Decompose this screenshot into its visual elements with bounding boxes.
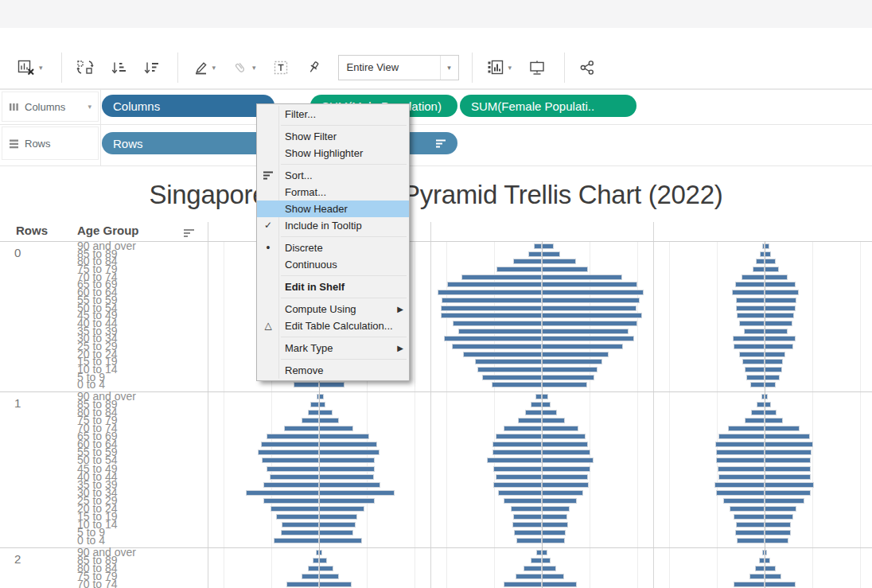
trellis-row-header[interactable]: 0 <box>14 246 21 259</box>
pyramid-bar-female[interactable] <box>319 410 333 415</box>
pyramid-bar-female[interactable] <box>542 442 588 447</box>
pyramid-bar-male[interactable] <box>267 466 319 472</box>
sort-ascending-button[interactable] <box>107 56 130 79</box>
pyramid-bar-female[interactable] <box>765 466 811 472</box>
pyramid-bar-female[interactable] <box>542 566 556 571</box>
field-pill-columns[interactable]: Columns <box>102 95 274 117</box>
pin-button[interactable] <box>302 56 325 79</box>
pyramid-bar-female[interactable] <box>765 306 796 311</box>
pyramid-bar-male[interactable] <box>531 402 542 407</box>
trellis-row-header[interactable]: 1 <box>14 396 21 410</box>
pyramid-bar-male[interactable] <box>310 402 319 407</box>
pyramid-bar-female[interactable] <box>319 498 375 504</box>
pyramid-bar-female[interactable] <box>542 458 594 463</box>
chevron-down-icon[interactable]: ▾ <box>88 103 91 111</box>
pyramid-bar-male[interactable] <box>284 426 319 431</box>
worksheet-clear-button[interactable]: ▾ <box>14 56 46 79</box>
pyramid-bar-female[interactable] <box>542 306 636 311</box>
pyramid-bar-female[interactable] <box>542 290 644 295</box>
pyramid-bar-female[interactable] <box>319 574 339 579</box>
share-button[interactable] <box>576 56 598 79</box>
pyramid-bar-male[interactable] <box>496 267 542 272</box>
pyramid-bar-female[interactable] <box>542 329 629 334</box>
pyramid-bar-female[interactable] <box>765 566 776 571</box>
pyramid-bar-male[interactable] <box>282 522 319 528</box>
pyramid-bar-male[interactable] <box>487 458 542 463</box>
sort-indicator-icon[interactable] <box>184 227 195 241</box>
presentation-mode-button[interactable] <box>525 56 549 79</box>
pyramid-bar-male[interactable] <box>751 410 765 415</box>
menu-item-edit-table-calculation[interactable]: △Edit Table Calculation... <box>257 317 409 334</box>
pyramid-bar-female[interactable] <box>765 558 770 563</box>
pyramid-bar-male[interactable] <box>728 426 765 431</box>
pyramid-bar-male[interactable] <box>482 375 542 380</box>
menu-item-edit-in-shelf[interactable]: Edit in Shelf <box>257 278 409 295</box>
pyramid-bar-female[interactable] <box>319 434 369 439</box>
pyramid-bar-female[interactable] <box>542 514 567 520</box>
pyramid-bar-female[interactable] <box>542 574 564 579</box>
pyramid-bar-female[interactable] <box>319 490 395 496</box>
menu-item-mark-type[interactable]: Mark Type▶ <box>257 340 409 356</box>
pyramid-bar-male[interactable] <box>516 574 542 579</box>
pyramid-bar-female[interactable] <box>765 290 799 295</box>
fit-selector[interactable]: Entire View ▾ <box>338 55 459 80</box>
pyramid-bar-male[interactable] <box>263 482 319 488</box>
pyramid-bar-female[interactable] <box>765 582 796 587</box>
pyramid-bar-female[interactable] <box>765 442 813 447</box>
pyramid-bar-female[interactable] <box>542 498 577 504</box>
pyramid-bar-male[interactable] <box>750 382 765 387</box>
pyramid-bar-male[interactable] <box>737 538 765 543</box>
pyramid-bar-male[interactable] <box>504 582 542 587</box>
chevron-down-icon[interactable]: ▾ <box>252 64 256 72</box>
pyramid-bar-female[interactable] <box>542 282 637 287</box>
pyramid-bar-male[interactable] <box>302 418 319 423</box>
pyramid-bar-female[interactable] <box>765 313 794 318</box>
pyramid-bar-male[interactable] <box>756 259 765 264</box>
pyramid-bar-male[interactable] <box>294 382 319 387</box>
pyramid-bar-male[interactable] <box>742 275 765 280</box>
pyramid-bar-female[interactable] <box>765 506 796 512</box>
pyramid-bar-female[interactable] <box>319 450 380 455</box>
pyramid-bar-male[interactable] <box>534 243 542 249</box>
pyramid-bar-female[interactable] <box>765 251 771 257</box>
pyramid-bar-male[interactable] <box>737 313 765 318</box>
pyramid-bar-female[interactable] <box>542 426 578 431</box>
pyramid-bar-female[interactable] <box>542 243 554 249</box>
pyramid-bar-female[interactable] <box>542 375 594 380</box>
pyramid-bar-female[interactable] <box>765 434 810 439</box>
pyramid-bar-male[interactable] <box>496 474 542 480</box>
pyramid-bar-male[interactable] <box>276 514 319 520</box>
pyramid-bar-female[interactable] <box>542 394 548 399</box>
pyramid-bar-male[interactable] <box>475 359 542 364</box>
pyramid-bar-female[interactable] <box>765 490 811 496</box>
pyramid-bar-male[interactable] <box>745 367 765 372</box>
pyramid-bar-male[interactable] <box>458 329 542 334</box>
pyramid-bar-female[interactable] <box>319 418 339 423</box>
pyramid-bar-male[interactable] <box>452 344 542 349</box>
pyramid-bar-male[interactable] <box>261 442 319 447</box>
pyramid-bar-female[interactable] <box>765 514 793 520</box>
text-label-button[interactable] <box>270 56 292 79</box>
pyramid-bar-male[interactable] <box>258 450 319 455</box>
pyramid-bar-female[interactable] <box>542 251 560 257</box>
pyramid-bar-male[interactable] <box>535 394 542 399</box>
menu-item-discrete[interactable]: •Discrete <box>257 239 409 256</box>
pyramid-bar-female[interactable] <box>765 344 793 349</box>
pyramid-bar-male[interactable] <box>504 498 542 504</box>
pyramid-bar-female[interactable] <box>542 336 634 341</box>
pyramid-bar-female[interactable] <box>542 582 577 587</box>
pyramid-bar-female[interactable] <box>765 418 783 423</box>
pyramid-bar-female[interactable] <box>542 474 588 480</box>
pyramid-bar-female[interactable] <box>542 267 588 272</box>
pyramid-bar-female[interactable] <box>542 344 623 349</box>
pyramid-bar-male[interactable] <box>718 434 765 439</box>
pyramid-bar-female[interactable] <box>542 506 570 512</box>
pyramid-bar-male[interactable] <box>518 418 542 423</box>
pyramid-bar-female[interactable] <box>765 426 800 431</box>
pyramid-bar-female[interactable] <box>765 574 781 579</box>
pyramid-bar-male[interactable] <box>444 336 542 341</box>
pyramid-bar-female[interactable] <box>765 474 811 480</box>
chevron-down-icon[interactable]: ▾ <box>441 64 458 72</box>
pyramid-bar-male[interactable] <box>461 275 542 280</box>
pyramid-bar-male[interactable] <box>531 558 542 563</box>
